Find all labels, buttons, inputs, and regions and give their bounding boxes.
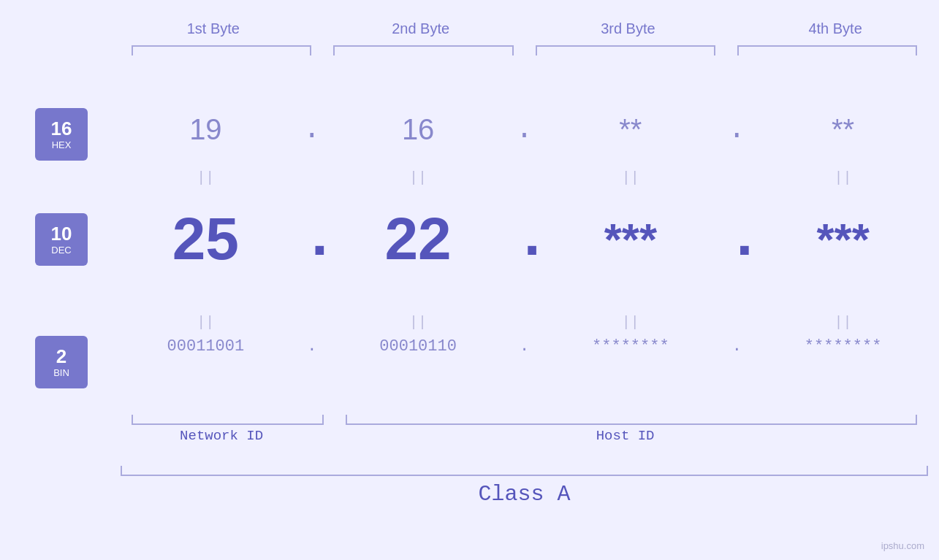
- byte2-header: 2nd Byte: [317, 20, 525, 37]
- byte3-header: 3rd Byte: [525, 20, 732, 37]
- network-bracket: [132, 415, 324, 425]
- hex-b4: **: [747, 113, 939, 146]
- byte-headers: 1st Byte 2nd Byte 3rd Byte 4th Byte: [110, 20, 939, 37]
- bin-b2: 00010110: [322, 337, 514, 356]
- bin-b4: ********: [747, 337, 939, 356]
- bin-b1: 00011001: [110, 337, 302, 356]
- eq1-b3: ||: [535, 169, 727, 186]
- dec-dot2: .: [514, 205, 535, 273]
- eq2-b3: ||: [535, 314, 727, 331]
- bracket-3: [536, 45, 715, 55]
- bin-row: 00011001 . 00010110 . ******** . *******…: [110, 337, 939, 356]
- dec-b4: ***: [747, 213, 939, 265]
- dec-badge-label: DEC: [51, 245, 71, 256]
- dec-b1: 25: [110, 204, 302, 273]
- hex-badge-label: HEX: [52, 139, 72, 150]
- bin-dot3: .: [726, 337, 747, 356]
- byte1-header: 1st Byte: [110, 20, 317, 37]
- byte4-header: 4th Byte: [731, 20, 939, 37]
- hex-b3: **: [535, 113, 727, 146]
- id-labels: Network ID Host ID: [121, 428, 928, 444]
- hex-dot1: .: [302, 113, 322, 146]
- bracket-1: [132, 45, 311, 55]
- hex-badge: 16 HEX: [35, 108, 88, 161]
- hex-b2: 16: [322, 113, 514, 146]
- eq2-b4: ||: [747, 314, 939, 331]
- dec-dot1: .: [302, 205, 322, 273]
- class-label: Class A: [110, 482, 939, 507]
- bin-b3: ********: [535, 337, 727, 356]
- hex-b1: 19: [110, 113, 302, 146]
- watermark: ipshu.com: [881, 540, 924, 551]
- equals-row-2: || || || ||: [110, 314, 939, 331]
- dec-badge-number: 10: [51, 223, 72, 245]
- bin-badge: 2 BIN: [35, 336, 88, 388]
- dec-b3: ***: [535, 213, 727, 265]
- outer-bottom-bracket: [121, 466, 928, 476]
- top-brackets: [121, 45, 928, 55]
- eq1-b1: ||: [110, 169, 302, 186]
- main-container: 1st Byte 2nd Byte 3rd Byte 4th Byte 16 H…: [0, 0, 939, 560]
- eq1-b4: ||: [747, 169, 939, 186]
- eq1-b2: ||: [322, 169, 514, 186]
- bracket-4: [737, 45, 917, 55]
- host-id-label: Host ID: [322, 428, 928, 444]
- network-id-label: Network ID: [121, 428, 322, 444]
- dec-dot3: .: [726, 205, 747, 273]
- dec-b2: 22: [322, 204, 514, 273]
- hex-badge-number: 16: [51, 118, 72, 139]
- hex-dot3: .: [726, 113, 747, 146]
- bin-badge-number: 2: [56, 346, 66, 367]
- eq2-b1: ||: [110, 314, 302, 331]
- hex-row: 19 . 16 . ** . **: [110, 113, 939, 146]
- bin-badge-label: BIN: [53, 367, 69, 378]
- hex-dot2: .: [514, 113, 535, 146]
- bin-dot2: .: [514, 337, 535, 356]
- equals-row-1: || || || ||: [110, 169, 939, 186]
- bracket-2: [333, 45, 513, 55]
- bin-dot1: .: [302, 337, 322, 356]
- eq2-b2: ||: [322, 314, 514, 331]
- host-bracket: [346, 415, 917, 425]
- bottom-brackets: [121, 415, 928, 425]
- dec-badge: 10 DEC: [35, 213, 88, 266]
- dec-row: 25 . 22 . *** . ***: [110, 204, 939, 273]
